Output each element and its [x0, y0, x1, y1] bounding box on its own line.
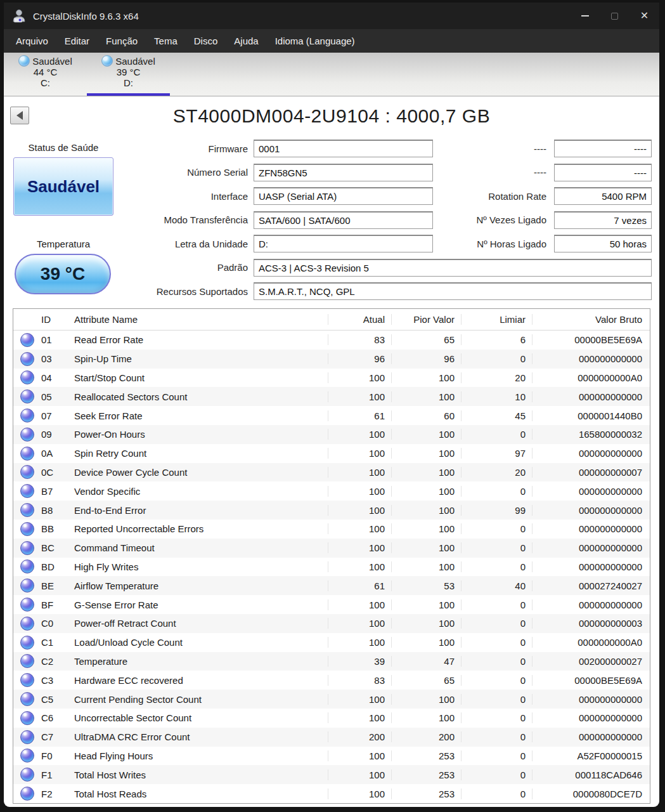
field-n-mero-serial-label: Número Serial [134, 167, 252, 178]
smart-row-status-cell [13, 673, 41, 687]
attribute-threshold: 0 [461, 618, 532, 629]
status-orb-icon [20, 333, 34, 347]
smart-table-row[interactable]: C1Load/Unload Cycle Count100100000000000… [13, 633, 650, 652]
field-n-mero-serial-row: Número SerialZFN58GN5 [134, 164, 433, 181]
smart-table-row[interactable]: BDHigh Fly Writes1001000000000000000 [13, 558, 650, 577]
smart-table-row[interactable]: 0ASpin Retry Count10010097000000000000 [13, 444, 650, 463]
smart-table-row[interactable]: B8End-to-End Error10010099000000000000 [13, 501, 650, 520]
smart-row-status-cell [13, 692, 41, 706]
field-firmware-value[interactable]: 0001 [254, 140, 433, 157]
menu-item-disco[interactable]: Disco [186, 32, 226, 50]
attribute-name: Power-off Retract Count [70, 618, 328, 629]
attribute-name: Device Power Cycle Count [70, 467, 328, 478]
attribute-name: Head Flying Hours [70, 750, 328, 761]
status-orb-icon [20, 465, 34, 479]
smart-table-row[interactable]: C6Uncorrectable Sector Count100100000000… [13, 709, 650, 728]
attribute-current-value: 100 [328, 542, 391, 553]
drive-tab-C[interactable]: Saudável44 °CC: [4, 53, 87, 96]
health-status-button[interactable]: Saudável [13, 157, 113, 216]
attribute-worst-value: 253 [391, 750, 461, 761]
attribute-threshold: 0 [461, 637, 532, 648]
attribute-current-value: 100 [328, 429, 391, 440]
smart-table-row[interactable]: C5Current Pending Sector Count1001000000… [13, 690, 650, 709]
smart-table-row[interactable]: C3Hardware ECC recovered8365000000BE5E69… [13, 671, 650, 690]
field-unused-2-value[interactable]: ---- [554, 164, 652, 181]
drive-tab-status: Saudável [32, 56, 72, 67]
smart-table-row[interactable]: 01Read Error Rate8365600000BE5E69A [13, 331, 650, 350]
field-letra-da-unidade-value[interactable]: D: [254, 235, 433, 252]
attribute-current-value: 39 [328, 656, 391, 667]
field-n-horas-ligado-row: Nº Horas Ligado50 horas [441, 235, 652, 252]
temperature-indicator[interactable]: 39 °C [15, 254, 111, 294]
attribute-name: Power-On Hours [70, 429, 328, 440]
attribute-current-value: 83 [328, 334, 391, 345]
field-modo-transfer-ncia-value[interactable]: SATA/600 | SATA/600 [254, 211, 433, 229]
smart-table-row[interactable]: C2Temperature39470002000000027 [13, 652, 650, 671]
attribute-threshold: 0 [461, 675, 532, 686]
attribute-name: Current Pending Sector Count [70, 694, 328, 705]
smart-row-status-cell [13, 390, 41, 403]
smart-row-status-cell [13, 617, 41, 631]
menu-item-tema[interactable]: Tema [146, 32, 186, 50]
smart-table-row[interactable]: F2Total Host Reads10025300000080DCE7D [13, 784, 650, 803]
smart-table-row[interactable]: B7Vendor Specific1001000000000000000 [13, 481, 650, 501]
attribute-worst-value: 100 [391, 486, 461, 497]
back-button[interactable] [10, 107, 29, 124]
maximize-button[interactable] [600, 3, 629, 29]
smart-table-row[interactable]: C7UltraDMA CRC Error Count20020000000000… [13, 728, 650, 747]
attribute-current-value: 83 [328, 675, 391, 686]
smart-table-row[interactable]: BEAirflow Temperature615340000027240027 [13, 576, 650, 595]
attribute-worst-value: 100 [391, 467, 461, 478]
attribute-current-value: 61 [328, 410, 391, 421]
menu-item-ajuda[interactable]: Ajuda [226, 32, 266, 50]
smart-table-row[interactable]: BFG-Sense Error Rate1001000000000000000 [13, 595, 650, 614]
drive-tab-D[interactable]: Saudável39 °CD: [87, 53, 170, 96]
field-padr-o-value[interactable]: ACS-3 | ACS-3 Revision 5 [254, 259, 652, 277]
smart-row-status-cell [13, 370, 41, 384]
smart-table-row[interactable]: F1Total Host Writes1002530000118CAD646 [13, 765, 650, 784]
attribute-current-value: 100 [328, 599, 391, 610]
smart-table-row[interactable]: 03Spin-Up Time96960000000000000 [13, 350, 650, 369]
drive-info-panel: Status de Saúde Saudável Temperatura 39 … [4, 136, 659, 304]
attribute-threshold: 20 [461, 372, 532, 383]
smart-table-row[interactable]: C0Power-off Retract Count100100000000000… [13, 614, 650, 633]
field-interface-value[interactable]: UASP (Serial ATA) [254, 187, 433, 205]
attribute-name: Temperature [70, 656, 328, 667]
field-n-vezes-ligado-value[interactable]: 7 vezes [554, 211, 652, 229]
minimize-button[interactable] [570, 3, 600, 29]
attribute-current-value: 100 [328, 372, 391, 383]
field-unused-1-label: ---- [441, 143, 550, 154]
menu-item-editar[interactable]: Editar [56, 32, 98, 50]
field-n-mero-serial-value[interactable]: ZFN58GN5 [254, 164, 433, 181]
drive-tab-letter: C: [41, 77, 50, 88]
menu-item-arquivo[interactable]: Arquivo [8, 32, 56, 50]
status-orb-icon [20, 768, 34, 782]
smart-row-status-cell [13, 465, 41, 479]
close-icon: ✕ [640, 11, 649, 21]
smart-table-row[interactable]: 05Reallocated Sectors Count1001001000000… [13, 387, 650, 406]
field-rotation-rate-value[interactable]: 5400 RPM [554, 187, 652, 205]
menu-item-fun-o[interactable]: Função [98, 32, 146, 50]
attribute-name: Spin-Up Time [70, 353, 328, 364]
smart-table-row[interactable]: 07Seek Error Rate6160450000001440B0 [13, 406, 650, 425]
menu-item-idioma-language[interactable]: Idioma (Language) [267, 32, 363, 50]
attribute-raw-value: 002000000027 [532, 656, 650, 667]
attribute-current-value: 100 [328, 448, 391, 459]
attribute-current-value: 100 [328, 467, 391, 478]
field-unused-1-value[interactable]: ---- [554, 140, 652, 157]
smart-table-row[interactable]: 09Power-On Hours1001000165800000032 [13, 425, 650, 444]
smart-table-row[interactable]: F0Head Flying Hours1002530A52F00000015 [13, 747, 650, 766]
status-orb-icon [20, 579, 34, 593]
attribute-worst-value: 100 [391, 637, 461, 648]
attribute-threshold: 99 [461, 505, 532, 516]
attribute-worst-value: 100 [391, 694, 461, 705]
close-button[interactable]: ✕ [629, 3, 659, 29]
status-orb-icon [20, 673, 34, 687]
smart-table-row[interactable]: BCCommand Timeout1001000000000000000 [13, 539, 650, 558]
smart-table-row[interactable]: 0CDevice Power Cycle Count10010020000000… [13, 463, 650, 482]
field-n-horas-ligado-value[interactable]: 50 horas [554, 235, 652, 252]
field-modo-transfer-ncia-row: Modo TransferênciaSATA/600 | SATA/600 [134, 211, 433, 229]
smart-table-row[interactable]: 04Start/Stop Count100100200000000000A0 [13, 369, 650, 388]
field-recursos-suportados-value[interactable]: S.M.A.R.T., NCQ, GPL [254, 282, 652, 300]
smart-table-row[interactable]: BBReported Uncorrectable Errors100100000… [13, 520, 650, 539]
